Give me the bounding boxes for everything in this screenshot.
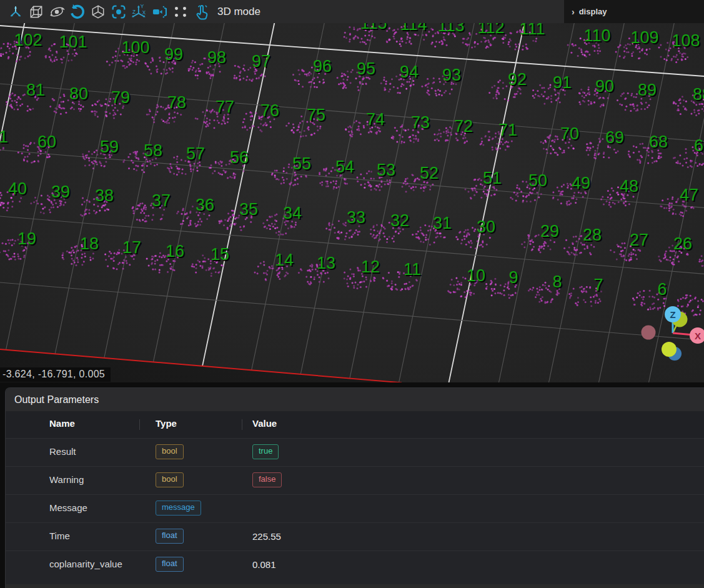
index-label: 96 — [313, 57, 332, 76]
index-label: 90 — [595, 77, 614, 96]
index-label: 70 — [560, 124, 579, 143]
axis-triad-icon[interactable] — [5, 2, 26, 21]
index-label: 35 — [239, 200, 258, 219]
index-label: 57 — [186, 144, 205, 163]
index-label: 51 — [483, 169, 502, 187]
mode-label: 3D mode — [217, 6, 260, 18]
panel-bottom-strip — [6, 584, 704, 588]
panel-title: Output Parameters — [6, 388, 704, 411]
index-label: 48 — [620, 177, 638, 196]
svg-text:Z: Z — [670, 309, 675, 320]
panel-divider — [0, 382, 704, 387]
gizmo-negative-x[interactable] — [642, 326, 656, 340]
3d-viewport[interactable]: 1151151141141131131121121111111101101091… — [0, 0, 704, 382]
index-label: 9 — [508, 268, 518, 287]
polyhedron-icon[interactable] — [87, 2, 108, 21]
index-label: 92 — [508, 70, 527, 89]
index-label: 29 — [540, 222, 559, 241]
column-header-value: Value — [252, 418, 277, 429]
index-label: 108 — [672, 31, 700, 50]
index-label: 40 — [8, 179, 27, 198]
parameter-row: Messagemessage — [6, 494, 704, 522]
column-header-type: Type — [156, 418, 177, 429]
display-panel-label: display — [579, 7, 607, 16]
index-label: 33 — [347, 208, 365, 227]
index-label: 58 — [144, 141, 162, 160]
gizmo-negative-y[interactable] — [662, 342, 677, 357]
focus-center-icon[interactable] — [108, 2, 129, 21]
index-label: 12 — [361, 257, 380, 276]
index-label: 18 — [80, 234, 99, 253]
index-label: 36 — [196, 196, 214, 214]
index-label: 30 — [477, 217, 495, 236]
value-badge: false — [252, 472, 282, 487]
index-label: 37 — [152, 191, 171, 210]
index-label: 31 — [433, 214, 452, 232]
column-divider — [139, 419, 140, 430]
index-label: 93 — [442, 66, 461, 84]
index-label: 99 — [164, 45, 183, 64]
index-label: 97 — [252, 52, 270, 71]
parameter-value: 225.55 — [252, 529, 281, 544]
axes-xyz-icon[interactable]: Y X Z — [129, 2, 149, 21]
coordinates-readout: -3.624, -16.791, 0.005 — [0, 367, 111, 382]
grid-dots-icon[interactable] — [170, 2, 191, 21]
index-label: 80 — [69, 84, 88, 103]
undo-rotate-icon[interactable] — [67, 2, 87, 21]
index-label: 28 — [583, 226, 602, 244]
index-label: 61 — [0, 127, 8, 146]
index-label: 13 — [317, 254, 335, 272]
index-label: 8 — [552, 272, 562, 291]
svg-text:X: X — [142, 10, 146, 16]
camera-view-icon[interactable] — [149, 2, 170, 21]
chevron-right-icon: › — [572, 7, 575, 17]
svg-text:Z: Z — [132, 9, 135, 14]
index-label: 52 — [420, 164, 439, 182]
type-badge: bool — [156, 444, 184, 459]
index-label: 79 — [111, 88, 130, 107]
index-label: 59 — [100, 137, 119, 156]
display-panel-header[interactable]: › display — [564, 0, 704, 23]
index-label: 55 — [292, 154, 311, 173]
index-label: 67 — [694, 136, 704, 155]
index-label: 71 — [498, 121, 517, 139]
cube-view-icon[interactable] — [26, 2, 46, 21]
orbit-icon[interactable] — [46, 2, 67, 21]
index-label: 110 — [583, 26, 610, 45]
parameter-name: Time — [49, 531, 70, 541]
type-badge: float — [156, 529, 184, 544]
parameter-row: coplanarity_valuefloat0.081 — [6, 551, 704, 579]
index-label: 11 — [404, 260, 421, 279]
index-label: 73 — [411, 113, 430, 132]
index-label: 101 — [59, 32, 87, 51]
index-label: 7 — [593, 276, 603, 294]
index-label: 15 — [211, 245, 229, 264]
type-badge: message — [156, 501, 201, 516]
index-label: 54 — [335, 157, 354, 176]
value-badge: true — [252, 444, 279, 459]
index-label: 81 — [26, 81, 45, 99]
index-label: 6 — [657, 280, 667, 299]
index-label: 17 — [122, 238, 141, 257]
index-label: 26 — [673, 234, 692, 253]
parameter-name: Result — [49, 446, 76, 457]
index-label: 75 — [307, 106, 325, 124]
index-label: 74 — [366, 110, 385, 129]
application-window: 1151151141141131131121121111111101101091… — [0, 0, 704, 588]
parameter-name: coplanarity_value — [49, 559, 122, 569]
index-label: 88 — [693, 85, 704, 104]
table-body: ResultbooltrueWarningboolfalseMessagemes… — [6, 438, 704, 579]
parameter-row: Resultbooltrue — [6, 438, 704, 466]
type-badge: float — [156, 557, 184, 572]
column-divider — [242, 419, 242, 430]
index-label: 72 — [454, 117, 473, 136]
type-badge: bool — [156, 472, 184, 487]
index-label: 27 — [630, 231, 648, 249]
3d-scene-canvas[interactable]: 1151151141141131131121121111111101101091… — [0, 0, 704, 382]
index-label: 60 — [37, 132, 56, 151]
viewer-toolbar: Y X Z 3D mode — [0, 0, 564, 23]
hand-gesture-icon[interactable] — [191, 2, 211, 21]
parameter-value: 0.081 — [252, 557, 276, 572]
index-label: 39 — [51, 182, 70, 201]
index-label: 56 — [230, 148, 249, 167]
